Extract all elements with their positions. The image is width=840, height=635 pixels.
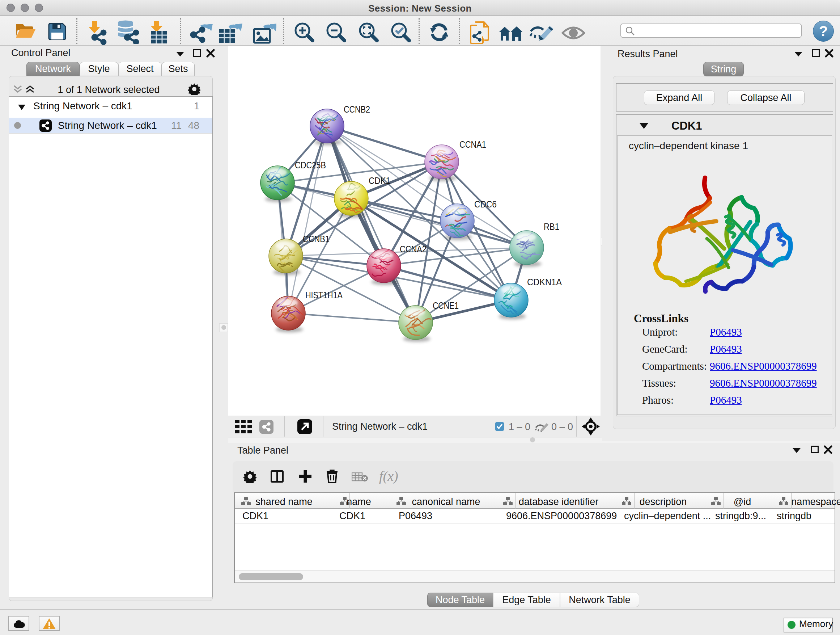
svg-text:CDKN1A: CDKN1A [527, 277, 562, 287]
svg-text:CDC25B: CDC25B [295, 160, 326, 171]
svg-text:CDC6: CDC6 [474, 199, 497, 210]
svg-text:HIST1H1A: HIST1H1A [305, 290, 343, 301]
svg-text:CCNB1: CCNB1 [303, 233, 330, 244]
svg-text:CCNB2: CCNB2 [344, 104, 370, 115]
svg-text:CDK1: CDK1 [369, 175, 390, 186]
svg-text:RB1: RB1 [544, 221, 559, 232]
svg-text:CCNE1: CCNE1 [433, 300, 459, 311]
svg-text:CCNA1: CCNA1 [459, 139, 486, 150]
svg-text:CCNA2: CCNA2 [400, 244, 426, 255]
